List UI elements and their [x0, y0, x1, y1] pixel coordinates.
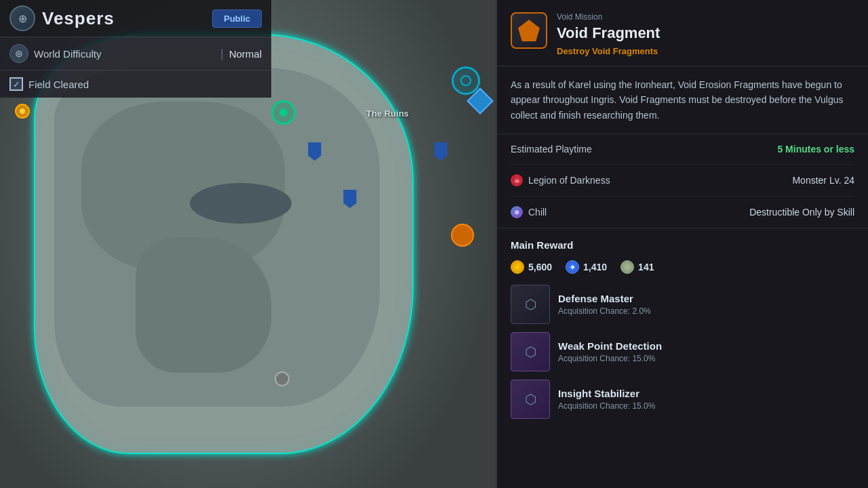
reward-item: ⬡ Weak Point Detection Acquisition Chanc… [511, 332, 854, 371]
mission-panel: Void Mission Void Fragment Destroy Void … [496, 0, 868, 488]
blue-value: 1,410 [583, 262, 607, 272]
check-icon: ✓ [9, 77, 23, 91]
marker-ring-inner-icon [460, 75, 471, 86]
reward-item-chance-0: Acquisition Chance: 2.0% [558, 306, 854, 316]
reward-currencies: 5,600 ✦ 1,410 141 [511, 260, 854, 274]
mission-name: Void Fragment [557, 24, 854, 42]
faction-label: ☠ Legion of Darkness [511, 174, 610, 186]
public-button[interactable]: Public [212, 9, 262, 28]
world-difficulty-label: World Difficulty [34, 48, 215, 60]
world-difficulty-value: Normal [229, 48, 262, 60]
faction-stat-value: Monster Lv. 24 [792, 175, 854, 186]
reward-icon-symbol-1: ⬡ [525, 344, 536, 360]
rewards-section: Main Reward 5,600 ✦ 1,410 141 ⬡ [497, 228, 868, 438]
reward-item-chance-2: Acquisition Chance: 15.0% [558, 401, 854, 411]
top-left-panel: ⊕ Vespers Public ⊛ World Difficulty | No… [0, 0, 271, 98]
reward-item-chance-1: Acquisition Chance: 15.0% [558, 354, 854, 363]
mission-subtitle: Destroy Void Fragments [557, 46, 854, 56]
title-bar: ⊕ Vespers Public [0, 0, 271, 37]
void-mission-icon [518, 20, 540, 41]
playtime-value: 5 Minutes or less [777, 144, 854, 155]
reward-item-icon-2: ⬡ [511, 380, 550, 419]
faction-icon: ☠ [511, 174, 523, 186]
element-label: ❄ Chill [511, 206, 547, 218]
currency-gold: 5,600 [511, 260, 552, 274]
reward-icon-symbol-0: ⬡ [525, 296, 536, 312]
blue-currency-icon: ✦ [566, 260, 579, 274]
mission-stats: Estimated Playtime 5 Minutes or less ☠ L… [497, 134, 868, 228]
globe-icon: ⊛ [9, 44, 28, 63]
terrain-water [190, 183, 292, 224]
marker-green-1[interactable] [271, 100, 296, 125]
marker-void[interactable] [451, 224, 474, 247]
reward-item-info-0: Defense Master Acquisition Chance: 2.0% [558, 293, 854, 316]
reward-item: ⬡ Defense Master Acquisition Chance: 2.0… [511, 285, 854, 324]
currency-blue: ✦ 1,410 [566, 260, 607, 274]
reward-items-list: ⬡ Defense Master Acquisition Chance: 2.0… [511, 285, 854, 419]
title-text: Vespers [42, 8, 115, 29]
blue-currency-symbol: ✦ [570, 264, 575, 271]
gray-value: 141 [638, 262, 654, 272]
element-stat-value: Destructible Only by Skill [749, 207, 854, 218]
mission-header: Void Mission Void Fragment Destroy Void … [497, 0, 868, 66]
reward-item-icon-1: ⬡ [511, 332, 550, 371]
mission-description: As a result of Karel using the Ironheart… [497, 66, 868, 134]
element-icon: ❄ [511, 206, 523, 218]
element-stat-row: ❄ Chill Destructible Only by Skill [511, 197, 854, 228]
field-cleared-label: Field Cleared [28, 79, 262, 90]
vespers-icon: ⊕ [9, 5, 35, 31]
currency-gray: 141 [620, 260, 654, 274]
reward-item-name-2: Insight Stabilizer [558, 388, 854, 399]
gold-icon [511, 260, 524, 274]
marker-small-1[interactable] [275, 371, 290, 386]
marker-location-pin[interactable] [15, 104, 30, 119]
reward-item-icon-0: ⬡ [511, 285, 550, 324]
world-difficulty-row: ⊛ World Difficulty | Normal [0, 37, 271, 70]
mission-icon-box [511, 12, 547, 49]
field-cleared-row: ✓ Field Cleared [0, 70, 271, 98]
reward-item-info-2: Insight Stabilizer Acquisition Chance: 1… [558, 388, 854, 411]
mission-type-label: Void Mission [557, 12, 854, 22]
faction-stat-row: ☠ Legion of Darkness Monster Lv. 24 [511, 165, 854, 197]
ruins-label: The Ruins [366, 108, 409, 119]
playtime-stat-row: Estimated Playtime 5 Minutes or less [511, 134, 854, 165]
mission-title-group: Void Mission Void Fragment Destroy Void … [557, 12, 854, 56]
reward-item-name-0: Defense Master [558, 293, 854, 304]
playtime-label: Estimated Playtime [511, 144, 592, 155]
marker-pin-inner [20, 108, 25, 114]
reward-icon-symbol-2: ⬡ [525, 391, 536, 407]
terrain-detail-2 [136, 237, 271, 373]
gold-value: 5,600 [528, 262, 552, 272]
reward-item-info-1: Weak Point Detection Acquisition Chance:… [558, 340, 854, 363]
reward-item: ⬡ Insight Stabilizer Acquisition Chance:… [511, 380, 854, 419]
rewards-title: Main Reward [511, 239, 854, 251]
reward-item-name-1: Weak Point Detection [558, 340, 854, 352]
gray-currency-icon [620, 260, 634, 274]
